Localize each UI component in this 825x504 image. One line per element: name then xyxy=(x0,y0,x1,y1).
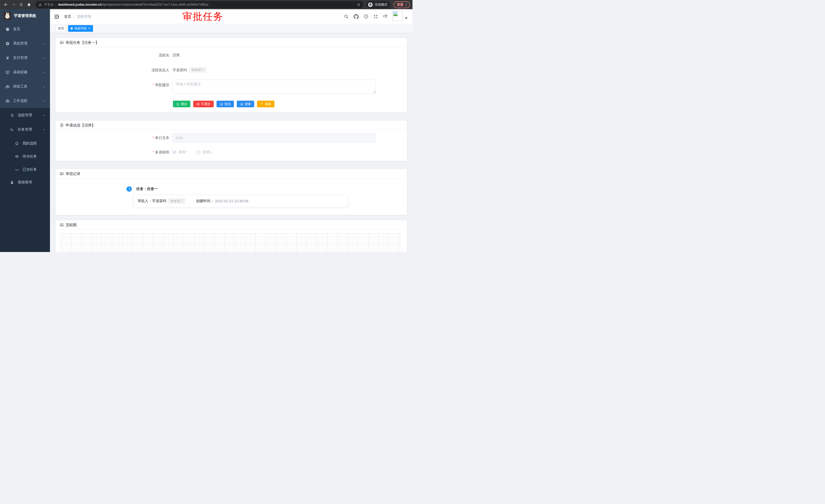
help-icon[interactable]: ? xyxy=(364,14,368,19)
bpmn-canvas-grid[interactable] xyxy=(61,234,402,252)
breadcrumb-home[interactable]: 首页 xyxy=(64,14,71,19)
approval-task-form: 流程名 滔博 流程发起人 芋道源码 研发部门 审批建议 xyxy=(56,48,407,112)
return-button[interactable]: 退回 xyxy=(257,101,275,107)
sidebar: 芋道管理系统 首页 系统管理 支付管理 xyxy=(0,9,50,252)
app-logo-row[interactable]: 芋道管理系统 xyxy=(0,9,50,22)
sidebar-collapse-button[interactable] xyxy=(54,14,60,19)
sidebar-item-workflow[interactable]: 工作流程 xyxy=(0,94,50,108)
avatar[interactable] xyxy=(392,11,402,21)
checkbox-label: 选项一 xyxy=(178,150,189,154)
process-name-label: 流程名 xyxy=(56,50,172,60)
timeline-task-row: 任务：任务一 xyxy=(56,186,407,192)
delegate-button[interactable]: 委派 xyxy=(237,101,254,107)
sidebar-item-label: 请假查询 xyxy=(18,180,32,185)
sidebar-item-todo-tasks[interactable]: 待办任务 xyxy=(0,150,50,163)
checkbox-unchecked-icon xyxy=(197,150,200,154)
bookmark-star-icon[interactable] xyxy=(357,3,361,7)
workflow-submenu: 流程管理 任务管理 我的流程 xyxy=(0,108,50,252)
font-size-icon[interactable]: TT xyxy=(383,14,387,19)
application-info-card: 申请信息【滔博】 单行文本 多选框组 选项一 xyxy=(55,120,407,161)
approver-name: 芋道源码 xyxy=(152,199,166,203)
approval-task-card-header: 审批任务【任务一】 xyxy=(56,38,407,48)
card-title: 审批任务【任务一】 xyxy=(66,40,99,45)
address-bar[interactable]: 不安全 dashboard.yudao.iocoder.cn/bpm/proce… xyxy=(35,1,363,8)
clock-timeline-icon xyxy=(126,186,133,192)
search-icon[interactable] xyxy=(344,14,349,19)
sidebar-item-dev-tools[interactable]: 研发工具 xyxy=(0,79,50,94)
approver-label: 审批人： xyxy=(138,199,152,203)
page-content: 审批任务【任务一】 流程名 滔博 流程发起人 芋道源码 研发部门 xyxy=(50,33,412,252)
yen-icon xyxy=(5,56,10,60)
sidebar-item-label: 系统管理 xyxy=(13,41,27,46)
checkbox-option-2[interactable]: 选项二 xyxy=(197,150,213,154)
caret-down-icon[interactable] xyxy=(405,17,407,19)
single-line-text-input[interactable] xyxy=(172,133,376,142)
reload-icon xyxy=(19,3,23,7)
suggestion-label: 审批建议 xyxy=(56,80,172,90)
breadcrumb: 首页 / 流程详情 xyxy=(64,14,91,19)
browser-forward-button[interactable] xyxy=(10,1,17,8)
browser-home-button[interactable] xyxy=(26,1,32,8)
gear-icon xyxy=(5,41,10,46)
briefcase-icon xyxy=(5,99,10,103)
sidebar-item-process-management[interactable]: 流程管理 xyxy=(0,108,50,122)
tab-process-detail[interactable]: 流程详情 × xyxy=(68,25,93,32)
app-title: 芋道管理系统 xyxy=(14,13,36,18)
browser-menu-icon[interactable] xyxy=(406,3,406,6)
sidebar-item-label: 基础设施 xyxy=(13,70,27,75)
initiator-value: 芋道源码 研发部门 xyxy=(172,65,206,75)
checkbox-option-1[interactable]: 选项一 xyxy=(172,150,189,154)
browser-update-button[interactable]: 更新 xyxy=(393,1,410,8)
browser-reload-button[interactable] xyxy=(18,1,24,8)
pass-button[interactable]: 通过 xyxy=(173,101,191,107)
tab-home[interactable]: 首页 xyxy=(55,25,67,32)
sidebar-item-label: 研发工具 xyxy=(13,84,27,89)
chevron-down-icon xyxy=(43,114,45,117)
browser-back-button[interactable] xyxy=(3,1,9,8)
tab-close-icon[interactable]: × xyxy=(88,27,90,30)
sidebar-item-system[interactable]: 系统管理 xyxy=(0,36,50,51)
process-diagram-body xyxy=(56,230,407,252)
eye-open-icon xyxy=(15,154,19,159)
fullscreen-icon[interactable] xyxy=(373,14,378,19)
url-text: dashboard.yudao.iocoder.cn/bpm/process-i… xyxy=(58,3,355,6)
application-info-form: 单行文本 多选框组 选项一 选项二 xyxy=(56,130,407,161)
edit-icon xyxy=(176,102,179,106)
suggestion-textarea[interactable] xyxy=(172,80,376,93)
github-icon[interactable] xyxy=(354,14,359,19)
chevron-down-icon xyxy=(43,85,45,88)
chevron-up-icon xyxy=(43,128,45,131)
process-diagram-card: 流程图 xyxy=(55,220,407,252)
checkbox-group: 选项一 选项二 xyxy=(172,147,213,157)
tags-view-bar: 首页 流程详情 × xyxy=(50,24,412,33)
back-arrow-icon xyxy=(4,2,8,7)
process-name-value: 滔博 xyxy=(172,50,179,60)
picture-icon xyxy=(60,172,64,176)
sidebar-item-task-management[interactable]: 任务管理 xyxy=(0,122,50,137)
sidebar-item-home[interactable]: 首页 xyxy=(0,22,50,36)
breadcrumb-separator: / xyxy=(74,15,75,19)
header-actions: ? TT xyxy=(344,12,409,21)
initiator-label: 流程发起人 xyxy=(56,65,172,75)
transfer-button[interactable]: 转办 xyxy=(217,101,234,107)
undo-icon xyxy=(260,102,264,106)
monitor-icon xyxy=(5,70,10,75)
edit-icon xyxy=(240,102,243,106)
checkbox-label: 选项二 xyxy=(203,150,213,154)
sidebar-item-label: 支付管理 xyxy=(13,56,27,60)
sidebar-menu: 首页 系统管理 支付管理 基础设施 xyxy=(0,22,50,252)
sidebar-item-done-tasks[interactable]: 已办任务 xyxy=(0,163,50,176)
face-icon xyxy=(15,141,19,146)
checkbox-checked-icon xyxy=(172,150,176,154)
security-label: 不安全 xyxy=(44,3,54,7)
sidebar-item-leave-query[interactable]: 请假查询 xyxy=(0,176,50,189)
sidebar-item-my-process[interactable]: 我的流程 xyxy=(0,137,50,150)
sidebar-item-label: 首页 xyxy=(13,27,20,31)
edit-icon xyxy=(220,102,223,106)
sidebar-item-infrastructure[interactable]: 基础设施 xyxy=(0,65,50,79)
reject-button[interactable]: 不通过 xyxy=(193,101,214,107)
broken-image-icon xyxy=(393,11,398,16)
sidebar-item-payment[interactable]: 支付管理 xyxy=(0,51,50,65)
chevron-down-icon xyxy=(43,57,45,60)
approval-record-card: 审批记录 任务：任务一 审批人： 芋道源码 研发部门 xyxy=(55,169,407,215)
